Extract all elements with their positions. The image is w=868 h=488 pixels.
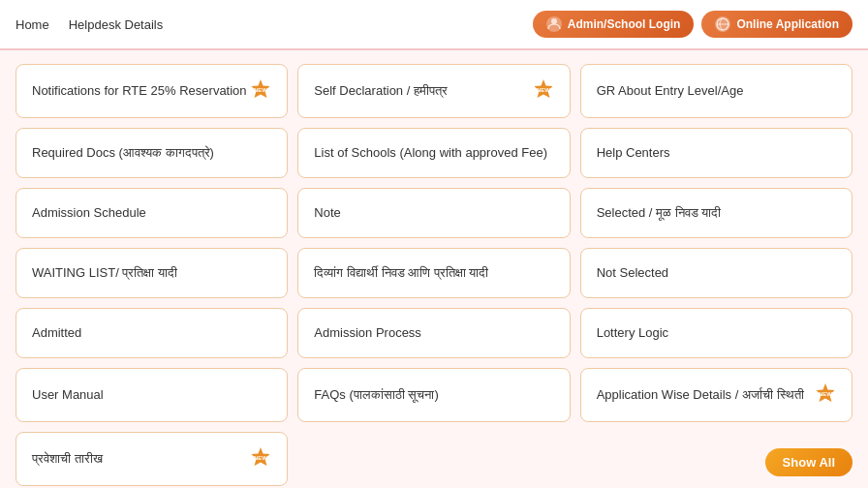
card-label-not-selected: Not Selected xyxy=(597,265,668,282)
card-help-centers[interactable]: Help Centers xyxy=(580,128,852,178)
card-label-list-schools: List of Schools (Along with approved Fee… xyxy=(314,145,547,162)
card-label-lottery-logic: Lottery Logic xyxy=(597,325,668,342)
card-label-gr-entry-level: GR About Entry Level/Age xyxy=(597,83,744,100)
show-all-button[interactable]: Show All xyxy=(765,448,852,476)
admin-login-button[interactable]: Admin/School Login xyxy=(533,11,695,38)
card-label-praveshachi-tarikh: प्रवेशाची तारीख xyxy=(32,451,103,468)
nav-home[interactable]: Home xyxy=(16,17,49,32)
card-faqs[interactable]: FAQs (पालकांसाठी सूचना) xyxy=(297,368,570,422)
svg-text:NEW: NEW xyxy=(537,87,550,93)
nav-helpdesk[interactable]: Helpdesk Details xyxy=(69,17,164,32)
card-list-schools[interactable]: List of Schools (Along with approved Fee… xyxy=(297,128,570,178)
cards-grid: Notifications for RTE 25% Reservation NE… xyxy=(16,64,852,486)
card-label-admitted: Admitted xyxy=(32,325,81,342)
card-self-declaration[interactable]: Self Declaration / हमीपत्र NEW xyxy=(297,64,570,118)
card-label-waiting-list: WAITING LIST/ प्रतिक्षा यादी xyxy=(32,265,177,282)
main-content: Notifications for RTE 25% Reservation NE… xyxy=(0,50,868,488)
card-label-required-docs: Required Docs (आवश्यक कागदपत्रे) xyxy=(32,145,214,162)
card-label-self-declaration: Self Declaration / हमीपत्र xyxy=(314,83,448,100)
card-waiting-list[interactable]: WAITING LIST/ प्रतिक्षा यादी xyxy=(16,248,288,298)
card-notifications-rte[interactable]: Notifications for RTE 25% Reservation NE… xyxy=(16,64,288,118)
card-user-manual[interactable]: User Manual xyxy=(16,368,288,422)
card-label-help-centers: Help Centers xyxy=(597,145,670,162)
card-admission-schedule[interactable]: Admission Schedule xyxy=(16,188,288,238)
card-divyang-list[interactable]: दिव्यांग विद्यार्थी निवड आणि प्रतिक्षा य… xyxy=(297,248,570,298)
card-selected-mool[interactable]: Selected / मूळ निवड यादी xyxy=(580,188,852,238)
online-icon xyxy=(715,16,730,32)
new-badge-icon: NEW xyxy=(815,382,836,408)
card-admitted[interactable]: Admitted xyxy=(16,308,288,358)
card-praveshachi-tarikh[interactable]: प्रवेशाची तारीख NEW xyxy=(16,432,288,486)
card-app-wise-details[interactable]: Application Wise Details / अर्जाची स्थित… xyxy=(580,368,852,422)
card-label-app-wise-details: Application Wise Details / अर्जाची स्थित… xyxy=(597,387,804,404)
admin-icon xyxy=(546,16,562,32)
card-label-selected-mool: Selected / मूळ निवड यादी xyxy=(597,205,722,222)
card-admission-process[interactable]: Admission Process xyxy=(297,308,570,358)
card-label-note: Note xyxy=(314,205,340,222)
card-label-notifications-rte: Notifications for RTE 25% Reservation xyxy=(32,83,247,100)
card-label-faqs: FAQs (पालकांसाठी सूचना) xyxy=(314,387,438,404)
card-gr-entry-level[interactable]: GR About Entry Level/Age xyxy=(580,64,852,118)
svg-text:NEW: NEW xyxy=(254,87,267,93)
new-badge-icon: NEW xyxy=(533,78,554,104)
card-label-admission-schedule: Admission Schedule xyxy=(32,205,146,222)
card-required-docs[interactable]: Required Docs (आवश्यक कागदपत्रे) xyxy=(16,128,288,178)
card-note[interactable]: Note xyxy=(297,188,570,238)
card-lottery-logic[interactable]: Lottery Logic xyxy=(580,308,852,358)
new-badge-icon: NEW xyxy=(250,446,271,472)
card-label-divyang-list: दिव्यांग विद्यार्थी निवड आणि प्रतिक्षा य… xyxy=(314,265,488,282)
card-label-admission-process: Admission Process xyxy=(314,325,421,342)
header-buttons: Admin/School Login Online Application xyxy=(533,11,852,38)
svg-text:NEW: NEW xyxy=(254,455,267,461)
main-nav: Home Helpdesk Details xyxy=(16,17,163,32)
new-badge-icon: NEW xyxy=(250,78,271,104)
card-label-user-manual: User Manual xyxy=(32,387,104,404)
card-not-selected[interactable]: Not Selected xyxy=(580,248,852,298)
header: Home Helpdesk Details Admin/School Login… xyxy=(0,0,868,50)
svg-text:NEW: NEW xyxy=(819,391,832,397)
svg-point-0 xyxy=(551,18,557,24)
online-application-button[interactable]: Online Application xyxy=(701,11,852,38)
